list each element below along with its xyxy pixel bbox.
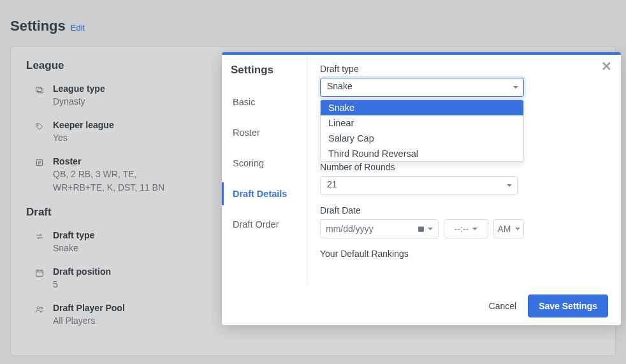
chevron-down-icon xyxy=(507,184,512,187)
date-row: mm/dd/yyyy --:-- AM xyxy=(320,219,608,238)
modal-body: Settings Basic Roster Scoring Draft Deta… xyxy=(222,55,621,287)
tab-scoring[interactable]: Scoring xyxy=(222,152,307,175)
time-value: --:-- xyxy=(455,224,469,234)
rankings-label: Your Default Rankings xyxy=(320,249,608,259)
draft-type-label: Draft type xyxy=(320,64,608,74)
date-placeholder: mm/dd/yyyy xyxy=(326,224,374,234)
draft-type-selected: Snake xyxy=(327,81,353,91)
form-group-rankings: Your Default Rankings xyxy=(320,249,608,259)
form-group-draft-type: Draft type Snake Snake Linear Salary Cap… xyxy=(320,64,608,97)
form-group-rounds: Number of Rounds 21 xyxy=(320,162,608,195)
option-snake[interactable]: Snake xyxy=(321,100,523,115)
chevron-down-icon xyxy=(513,86,518,89)
rounds-value: 21 xyxy=(327,179,337,189)
cancel-button[interactable]: Cancel xyxy=(489,301,517,311)
option-linear[interactable]: Linear xyxy=(321,115,523,131)
draft-ampm-input[interactable]: AM xyxy=(493,219,524,238)
modal-footer: Cancel Save Settings xyxy=(222,287,621,325)
tab-roster[interactable]: Roster xyxy=(222,121,307,144)
chevron-down-icon xyxy=(515,228,520,230)
modal-tabs: Basic Roster Scoring Draft Details Draft… xyxy=(222,91,307,244)
draft-date-input[interactable]: mm/dd/yyyy xyxy=(320,219,439,238)
draft-date-label: Draft Date xyxy=(320,205,608,215)
tab-basic[interactable]: Basic xyxy=(222,91,307,113)
tab-draft-order[interactable]: Draft Order xyxy=(222,213,307,236)
calendar-picker-icon xyxy=(417,225,433,233)
svg-rect-14 xyxy=(418,226,424,228)
modal-main: ✕ Draft type Snake Snake Linear Salary C… xyxy=(307,55,621,287)
tab-draft-details[interactable]: Draft Details xyxy=(222,182,307,205)
modal-sidebar: Settings Basic Roster Scoring Draft Deta… xyxy=(222,55,307,287)
chevron-down-icon xyxy=(472,228,477,230)
draft-time-input[interactable]: --:-- xyxy=(444,219,488,238)
settings-modal: Settings Basic Roster Scoring Draft Deta… xyxy=(222,52,621,325)
option-third-round-reversal[interactable]: Third Round Reversal xyxy=(321,146,523,161)
draft-type-select[interactable]: Snake xyxy=(320,78,524,97)
rounds-label: Number of Rounds xyxy=(320,162,608,172)
form-group-draft-date: Draft Date mm/dd/yyyy --:-- AM xyxy=(320,205,608,238)
ampm-value: AM xyxy=(498,224,511,234)
modal-sidebar-title: Settings xyxy=(222,64,307,91)
draft-type-dropdown: Snake Linear Salary Cap Third Round Reve… xyxy=(320,99,524,162)
rounds-select[interactable]: 21 xyxy=(320,176,518,195)
save-button[interactable]: Save Settings xyxy=(528,295,608,317)
option-salary-cap[interactable]: Salary Cap xyxy=(321,131,523,146)
